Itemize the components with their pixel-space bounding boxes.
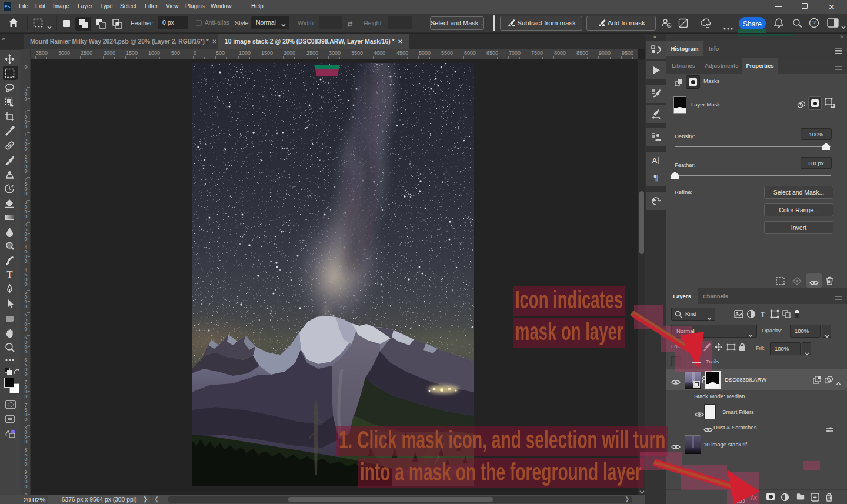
svg-text:T: T: [761, 310, 765, 319]
svg-text:A: A: [652, 156, 658, 165]
svg-text:T: T: [6, 269, 13, 280]
svg-text:¶: ¶: [654, 173, 658, 182]
svg-text:?: ?: [812, 20, 816, 26]
